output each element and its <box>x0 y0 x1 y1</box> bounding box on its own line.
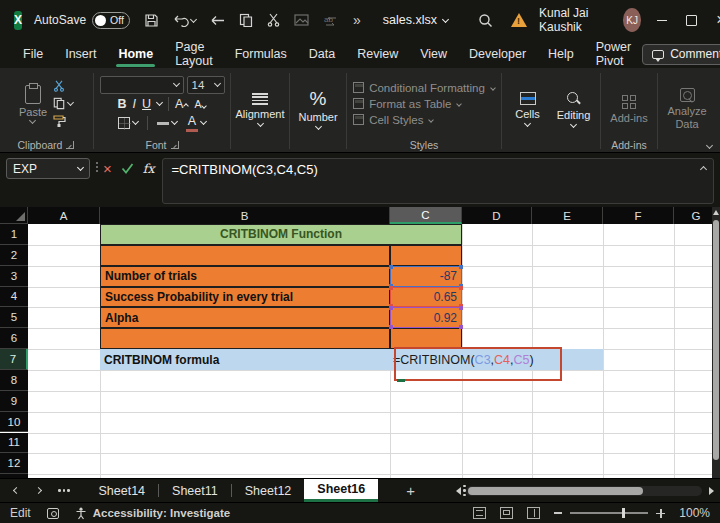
cell-B3[interactable]: Number of trials <box>100 266 390 287</box>
file-name[interactable]: sales.xlsx <box>383 13 448 27</box>
tab-view[interactable]: View <box>409 40 458 68</box>
autosave-toggle[interactable]: Off <box>92 12 130 29</box>
cell-styles-button[interactable]: Cell Styles <box>353 114 433 126</box>
page-layout-view-icon[interactable] <box>500 507 513 519</box>
select-all-corner[interactable] <box>0 207 28 224</box>
column-header-F[interactable]: F <box>603 207 674 224</box>
zoom-level[interactable]: 100% <box>679 506 710 520</box>
clipboard-dialog-launcher-icon[interactable] <box>66 141 74 149</box>
tab-page-layout[interactable]: Page Layout <box>164 40 224 68</box>
column-header-E[interactable]: E <box>532 207 603 224</box>
cut-button[interactable] <box>53 80 73 92</box>
row-header-8[interactable]: 8 <box>0 370 28 391</box>
horizontal-scrollbar[interactable] <box>456 484 714 498</box>
format-painter-button[interactable] <box>53 115 73 127</box>
formula-bar-handle[interactable] <box>95 162 98 172</box>
sheet-tab-sheet16[interactable]: Sheet16 <box>304 479 378 502</box>
avatar[interactable]: KJ <box>623 8 642 32</box>
page-break-view-icon[interactable] <box>527 507 540 519</box>
font-dialog-launcher-icon[interactable] <box>171 141 179 149</box>
save-icon[interactable] <box>144 13 159 28</box>
cells-group[interactable]: Cells <box>505 70 550 152</box>
zoom-out-icon[interactable] <box>554 512 562 514</box>
row-header-10[interactable]: 10 <box>0 412 28 433</box>
normal-view-icon[interactable] <box>473 507 486 519</box>
row-header-4[interactable]: 4 <box>0 287 28 308</box>
cell-B2[interactable] <box>100 245 390 266</box>
search-icon[interactable] <box>478 13 493 28</box>
tab-developer[interactable]: Developer <box>458 40 537 68</box>
sheet-tab-sheet14[interactable]: Sheet14 <box>86 479 159 502</box>
row-header-1[interactable]: 1 <box>0 224 28 245</box>
column-header-B[interactable]: B <box>100 207 390 224</box>
cancel-icon[interactable]: × <box>103 160 112 177</box>
cell-C6[interactable] <box>390 328 462 349</box>
alignment-group[interactable]: Alignment <box>234 70 286 152</box>
vertical-scroll-thumb[interactable] <box>713 220 719 460</box>
macro-record-icon[interactable] <box>47 508 59 519</box>
conditional-formatting-button[interactable]: Conditional Formatting <box>353 82 495 94</box>
tab-formulas[interactable]: Formulas <box>224 40 298 68</box>
zoom-in-icon[interactable] <box>656 509 665 518</box>
warning-icon[interactable]: ! <box>511 13 527 27</box>
tab-home[interactable]: Home <box>107 40 164 68</box>
zoom-slider-knob[interactable] <box>622 508 625 518</box>
zoom-slider[interactable] <box>570 512 648 514</box>
cell-B5[interactable]: Alpha <box>100 307 390 328</box>
fill-color-button[interactable] <box>157 121 177 125</box>
number-group[interactable]: % Number <box>293 70 343 152</box>
format-as-table-button[interactable]: Format as Table <box>353 98 461 110</box>
paste-dropdown-icon[interactable] <box>29 116 36 123</box>
formula-input[interactable]: =CRITBINOM(C3,C4,C5) <box>162 158 714 204</box>
new-sheet-button[interactable]: + <box>406 482 415 499</box>
font-size-select[interactable]: 14 <box>187 76 225 94</box>
back-arrow-icon[interactable] <box>210 15 225 26</box>
underline-dropdown-icon[interactable] <box>156 99 163 106</box>
row-header-11[interactable]: 11 <box>0 433 28 454</box>
minimize-button[interactable] <box>647 0 676 40</box>
tab-help[interactable]: Help <box>537 40 585 68</box>
collapse-formula-bar-icon[interactable] <box>700 166 707 173</box>
font-color-button[interactable]: A <box>186 114 206 132</box>
column-header-C[interactable]: C <box>390 207 462 224</box>
name-box[interactable]: EXP <box>6 158 90 179</box>
enter-icon[interactable] <box>121 163 134 174</box>
insert-function-icon[interactable]: fx <box>143 161 155 176</box>
italic-button[interactable]: I <box>133 97 136 111</box>
bold-button[interactable]: B <box>118 97 127 111</box>
copy-button[interactable] <box>53 97 73 110</box>
row-header-3[interactable]: 3 <box>0 266 28 287</box>
row-header-5[interactable]: 5 <box>0 307 28 328</box>
column-header-A[interactable]: A <box>28 207 100 224</box>
more-commands-icon[interactable]: » <box>353 12 361 28</box>
column-header-D[interactable]: D <box>462 207 532 224</box>
paste-button[interactable]: Paste <box>19 85 47 123</box>
sheet-tab-sheet11[interactable]: Sheet11 <box>159 479 231 502</box>
cell-B4[interactable]: Success Probability in every trial <box>100 287 390 308</box>
next-sheet-icon[interactable] <box>35 487 42 494</box>
grow-font-button[interactable]: A <box>175 97 188 111</box>
prev-sheet-icon[interactable] <box>13 487 20 494</box>
vertical-scrollbar[interactable] <box>712 207 720 478</box>
cell-B7[interactable]: CRITBINOM formula <box>100 349 390 370</box>
accessibility-status[interactable]: Accessibility: Investigate <box>75 507 230 520</box>
tab-data[interactable]: Data <box>298 40 346 68</box>
undo-dropdown-icon[interactable] <box>190 15 197 22</box>
shrink-font-button[interactable]: A <box>194 97 206 111</box>
copy-dropdown-icon[interactable] <box>67 99 74 106</box>
all-sheets-icon[interactable] <box>58 489 70 492</box>
underline-button[interactable]: U <box>142 97 151 111</box>
undo-icon[interactable] <box>173 14 196 27</box>
user-name[interactable]: Kunal Jai Kaushik <box>539 6 613 34</box>
tab-insert[interactable]: Insert <box>54 40 107 68</box>
tab-power-pivot[interactable]: Power Pivot <box>585 40 642 68</box>
cell-C2[interactable] <box>390 245 462 266</box>
scroll-up-icon[interactable] <box>713 210 719 215</box>
spreadsheet-grid[interactable]: ABCDEFG 12345678910111213 CRITBINOM Func… <box>0 207 720 478</box>
row-header-6[interactable]: 6 <box>0 328 28 349</box>
comments-button[interactable]: Comments <box>642 44 720 65</box>
sheet-tab-sheet12[interactable]: Sheet12 <box>232 479 305 502</box>
scroll-right-icon[interactable] <box>709 487 714 495</box>
maximize-button[interactable] <box>677 0 706 40</box>
tab-file[interactable]: File <box>12 40 54 68</box>
